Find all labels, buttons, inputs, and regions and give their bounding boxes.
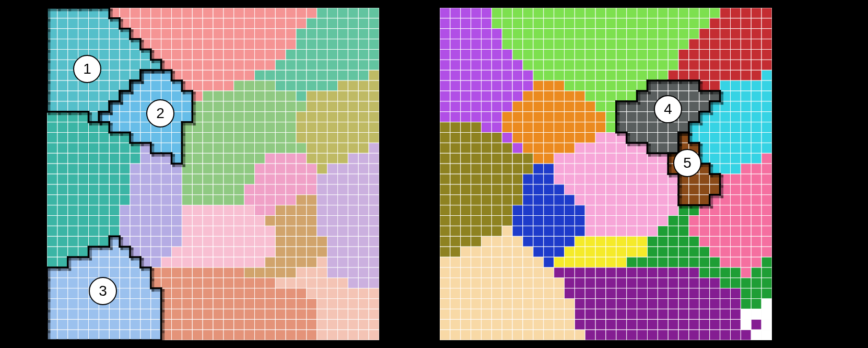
svg-rect-1744	[731, 153, 741, 164]
svg-rect-147	[244, 50, 255, 60]
svg-rect-1849	[491, 195, 502, 205]
svg-rect-2231	[471, 319, 482, 330]
svg-rect-916	[255, 299, 265, 309]
svg-rect-1892	[606, 205, 616, 216]
svg-rect-1432	[482, 60, 492, 70]
svg-rect-1927	[637, 216, 648, 226]
svg-rect-737	[57, 247, 68, 257]
svg-rect-731	[327, 236, 338, 247]
svg-rect-1399	[471, 50, 482, 60]
svg-rect-1924	[606, 216, 616, 226]
svg-rect-621	[182, 205, 192, 216]
svg-rect-2004	[440, 247, 450, 257]
svg-rect-2018	[585, 247, 595, 257]
svg-rect-410	[317, 133, 327, 143]
svg-rect-1990	[627, 236, 637, 247]
svg-rect-287	[369, 91, 379, 101]
svg-rect-690	[234, 226, 244, 236]
svg-rect-883	[244, 288, 255, 299]
svg-rect-489	[140, 164, 151, 174]
svg-rect-14	[192, 8, 203, 18]
svg-rect-1364	[440, 39, 450, 50]
svg-rect-1919	[554, 216, 565, 226]
svg-rect-1713	[741, 143, 751, 153]
svg-rect-930	[68, 309, 78, 319]
svg-rect-319	[369, 101, 379, 112]
svg-rect-1864	[648, 195, 658, 205]
svg-rect-2135	[471, 288, 482, 299]
svg-rect-1278	[544, 8, 554, 18]
svg-rect-934	[109, 309, 120, 319]
svg-rect-705	[57, 236, 68, 247]
svg-rect-1571	[595, 101, 606, 112]
svg-rect-670	[358, 216, 369, 226]
svg-rect-963	[78, 319, 89, 330]
svg-rect-10	[151, 8, 161, 18]
svg-rect-2076	[523, 268, 533, 278]
svg-rect-913	[224, 299, 234, 309]
svg-rect-1944	[482, 226, 492, 236]
svg-rect-1005	[182, 330, 192, 340]
svg-rect-1373	[533, 39, 544, 50]
svg-rect-1913	[491, 216, 502, 226]
svg-rect-89	[307, 29, 317, 39]
svg-rect-1885	[533, 205, 544, 216]
svg-rect-2106	[502, 278, 512, 288]
svg-rect-1720	[482, 153, 492, 164]
svg-rect-605	[348, 195, 358, 205]
svg-rect-1339	[512, 29, 523, 39]
svg-rect-1631	[554, 122, 565, 133]
svg-rect-1795	[595, 174, 606, 184]
svg-rect-1565	[533, 101, 544, 112]
svg-rect-200	[130, 70, 140, 80]
svg-rect-629	[265, 205, 275, 216]
svg-rect-1706	[668, 143, 678, 153]
svg-rect-56	[296, 18, 307, 29]
svg-rect-2180	[606, 299, 616, 309]
svg-rect-2152	[648, 288, 658, 299]
svg-rect-2150	[627, 288, 637, 299]
svg-rect-452	[89, 153, 99, 164]
svg-rect-40	[130, 18, 140, 29]
svg-rect-180	[255, 60, 265, 70]
svg-rect-1555	[761, 91, 772, 101]
svg-rect-1534	[544, 91, 554, 101]
svg-rect-974	[192, 319, 203, 330]
svg-rect-2259	[761, 319, 772, 330]
svg-rect-905	[140, 299, 151, 309]
svg-rect-1378	[585, 39, 595, 50]
svg-rect-387	[78, 133, 89, 143]
svg-rect-1335	[471, 29, 482, 39]
svg-rect-522	[151, 174, 161, 184]
svg-rect-1619	[761, 112, 772, 122]
svg-rect-1857	[574, 195, 585, 205]
svg-rect-920	[296, 299, 307, 309]
svg-rect-1406	[544, 50, 554, 60]
svg-rect-531	[244, 174, 255, 184]
svg-rect-1830	[627, 184, 637, 195]
svg-rect-1589	[450, 112, 461, 122]
svg-rect-1717	[450, 153, 461, 164]
svg-rect-1371	[512, 39, 523, 50]
svg-rect-213	[265, 70, 275, 80]
svg-rect-997	[99, 330, 109, 340]
svg-rect-597	[265, 195, 275, 205]
svg-rect-1989	[616, 236, 627, 247]
svg-rect-844	[172, 278, 182, 288]
svg-rect-682	[151, 226, 161, 236]
svg-rect-346	[317, 112, 327, 122]
svg-rect-2010	[502, 247, 512, 257]
svg-rect-1529	[491, 91, 502, 101]
svg-rect-859	[327, 278, 338, 288]
svg-rect-2125	[699, 278, 710, 288]
svg-rect-2205	[533, 309, 544, 319]
svg-rect-226	[68, 80, 78, 91]
svg-rect-124	[338, 39, 348, 50]
svg-rect-852	[255, 278, 265, 288]
svg-rect-1850	[502, 195, 512, 205]
svg-rect-1697	[574, 143, 585, 153]
svg-rect-891	[327, 288, 338, 299]
svg-rect-341	[265, 112, 275, 122]
svg-rect-352	[47, 122, 57, 133]
svg-rect-602	[317, 195, 327, 205]
